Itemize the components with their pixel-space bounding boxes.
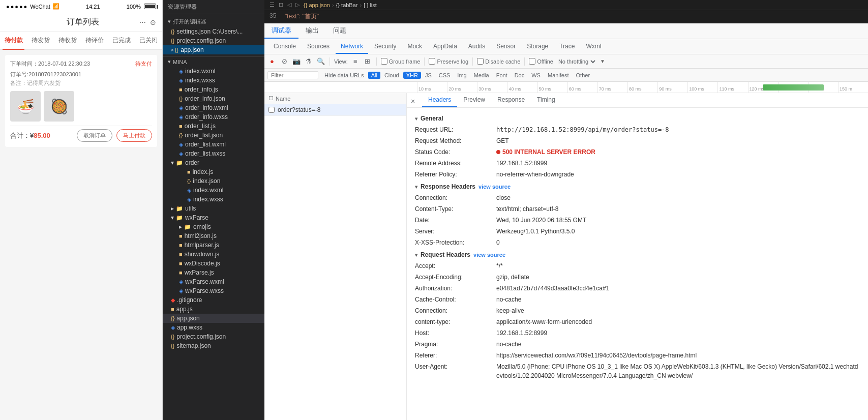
filter-pill-hide-data-urls[interactable]: Hide data URLs xyxy=(321,72,367,79)
file-order-info-js[interactable]: ■ order_info.js xyxy=(163,85,264,94)
tab-pending-payment[interactable]: 待付款 xyxy=(0,32,27,49)
tab-pending-ship[interactable]: 待发货 xyxy=(27,32,54,49)
file-wxparse-wxss[interactable]: ◈ wxParse.wxss xyxy=(163,286,264,295)
offline-checkbox[interactable]: Offline xyxy=(529,58,553,65)
response-headers-section-header[interactable]: ▾ Response Headers view source xyxy=(415,180,860,192)
file-order-list-wxss[interactable]: ◈ order_list.wxss xyxy=(163,149,264,158)
nav-back-icon[interactable]: ◁ xyxy=(287,2,291,8)
explorer-open-editors-header[interactable]: ▾ 打开的编辑器 xyxy=(163,16,264,27)
filter-button[interactable]: ⚗ xyxy=(304,57,313,66)
request-item-order[interactable]: order?status=-8 xyxy=(264,104,406,116)
main-tab-output[interactable]: 输出 xyxy=(298,23,326,39)
filter-input[interactable] xyxy=(267,71,318,79)
file-order-index-json[interactable]: {} index.json xyxy=(163,176,264,186)
file-showdown[interactable]: ■ showdown.js xyxy=(163,250,264,259)
preserve-log-input[interactable] xyxy=(429,58,435,65)
group-frame-input[interactable] xyxy=(381,58,387,65)
group-frame-checkbox[interactable]: Group frame xyxy=(381,58,421,65)
file-order-index-wxss[interactable]: ◈ index.wxss xyxy=(163,195,264,204)
tab-console[interactable]: Console xyxy=(268,39,301,54)
more-icon[interactable]: ··· xyxy=(139,18,146,27)
file-sitemap[interactable]: {} sitemap.json xyxy=(163,341,264,350)
camera-button[interactable]: 📷 xyxy=(292,57,301,66)
file-app-json-tree[interactable]: {} app.json xyxy=(163,314,264,323)
editor-app-json[interactable]: × {} app.json xyxy=(163,45,264,54)
offline-input[interactable] xyxy=(529,58,535,65)
file-html2json[interactable]: ■ html2json.js xyxy=(163,231,264,241)
camera-icon[interactable]: ⊙ xyxy=(150,18,156,26)
file-order-list-js[interactable]: ■ order_list.js xyxy=(163,122,264,131)
folder-utils[interactable]: ▸ 📁 utils xyxy=(163,204,264,213)
folder-wxparse[interactable]: ▾ 📁 wxParse xyxy=(163,213,264,222)
close-details-button[interactable]: × xyxy=(411,97,415,105)
filter-pill-img[interactable]: Img xyxy=(454,72,469,79)
tab-audits[interactable]: Audits xyxy=(463,39,490,54)
file-order-info-json[interactable]: {} order_info.json xyxy=(163,94,264,103)
file-order-index-js[interactable]: ■ index.js xyxy=(163,167,264,176)
tab-appdata[interactable]: AppData xyxy=(428,39,462,54)
close-icon[interactable]: × xyxy=(171,47,174,53)
tab-trace[interactable]: Trace xyxy=(554,39,580,54)
cancel-order-button[interactable]: 取消订单 xyxy=(77,129,112,142)
filter-pill-css[interactable]: CSS xyxy=(436,72,454,79)
tab-security[interactable]: Security xyxy=(369,39,401,54)
tab-pending-review[interactable]: 待评价 xyxy=(81,32,108,49)
tab-closed[interactable]: 已关闭 xyxy=(135,32,162,49)
tab-sources[interactable]: Sources xyxy=(302,39,335,54)
search-button[interactable]: 🔍 xyxy=(316,57,325,66)
tab-storage[interactable]: Storage xyxy=(522,39,553,54)
file-app-wxss[interactable]: ◈ app.wxss xyxy=(163,323,264,332)
details-tab-headers[interactable]: Headers xyxy=(422,93,457,107)
general-section-header[interactable]: ▾ General xyxy=(415,112,860,124)
file-wxparse-js[interactable]: ■ wxParse.js xyxy=(163,268,264,277)
preserve-log-checkbox[interactable]: Preserve log xyxy=(429,58,468,65)
request-headers-view-source[interactable]: view source xyxy=(473,252,505,258)
file-order-list-json[interactable]: {} order_list.json xyxy=(163,131,264,140)
mina-section-header[interactable]: ▾ MINA xyxy=(163,57,264,67)
filter-pill-js[interactable]: JS xyxy=(422,72,435,79)
tab-wxml[interactable]: Wxml xyxy=(581,39,606,54)
filter-pill-manifest[interactable]: Manifest xyxy=(545,72,572,79)
filter-pill-ws[interactable]: WS xyxy=(528,72,544,79)
response-headers-view-source[interactable]: view source xyxy=(478,184,511,190)
file-index-wxml[interactable]: ◈ index.wxml xyxy=(163,67,264,76)
details-tab-timing[interactable]: Timing xyxy=(531,93,561,107)
file-htmlparser[interactable]: ■ htmlparser.js xyxy=(163,241,264,250)
nav-forward-icon[interactable]: ▷ xyxy=(295,2,300,8)
filter-pill-media[interactable]: Media xyxy=(471,72,492,79)
file-wxdiscode[interactable]: ■ wxDiscode.js xyxy=(163,259,264,268)
folder-order[interactable]: ▾ 📁 order xyxy=(163,158,264,167)
tab-network[interactable]: Network xyxy=(336,39,368,54)
file-order-info-wxss[interactable]: ◈ order_info.wxss xyxy=(163,112,264,122)
editor-project-config[interactable]: {} project.config.json xyxy=(163,36,264,45)
file-app-js[interactable]: ■ app.js xyxy=(163,305,264,314)
file-order-list-wxml[interactable]: ◈ order_list.wxml xyxy=(163,140,264,149)
folder-emojis[interactable]: ▸ 📁 emojis xyxy=(163,222,264,231)
file-index-wxss[interactable]: ◈ index.wxss xyxy=(163,76,264,85)
disable-cache-checkbox[interactable]: Disable cache xyxy=(477,58,520,65)
tab-completed[interactable]: 已完成 xyxy=(108,32,135,49)
tab-pending-receive[interactable]: 待收货 xyxy=(54,32,81,49)
filter-pill-other[interactable]: Other xyxy=(573,72,593,79)
view-list-icon[interactable]: ≡ xyxy=(351,57,360,66)
details-tab-response[interactable]: Response xyxy=(491,93,531,107)
filter-pill-cloud[interactable]: Cloud xyxy=(381,72,402,79)
request-item-checkbox[interactable] xyxy=(268,107,275,113)
filter-pill-font[interactable]: Font xyxy=(493,72,511,79)
file-gitignore[interactable]: ◆ .gitignore xyxy=(163,295,264,305)
record-button[interactable]: ● xyxy=(267,57,277,66)
tab-sensor[interactable]: Sensor xyxy=(491,39,521,54)
clear-button[interactable]: ⊘ xyxy=(280,57,289,66)
editor-settings-json[interactable]: {} settings.json C:\Users\... xyxy=(163,27,264,36)
request-headers-section-header[interactable]: ▾ Request Headers view source xyxy=(415,248,860,260)
file-order-index-wxml[interactable]: ◈ index.wxml xyxy=(163,186,264,195)
file-project-config[interactable]: {} project.config.json xyxy=(163,332,264,341)
filter-pill-all[interactable]: All xyxy=(368,72,380,79)
tab-mock[interactable]: Mock xyxy=(402,39,427,54)
throttling-select[interactable]: No throttling xyxy=(556,58,597,65)
file-order-info-wxml[interactable]: ◈ order_info.wxml xyxy=(163,103,264,112)
filter-pill-doc[interactable]: Doc xyxy=(512,72,528,79)
view-grid-icon[interactable]: ⊞ xyxy=(363,57,372,66)
disable-cache-input[interactable] xyxy=(477,58,484,65)
pay-now-button[interactable]: 马上付款 xyxy=(116,129,152,142)
